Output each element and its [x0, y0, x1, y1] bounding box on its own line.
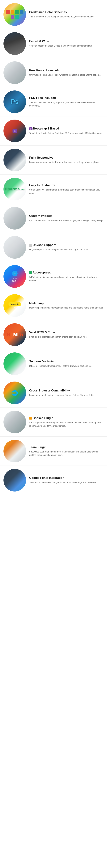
feature-content-widgets: Custom Widgets Ajax contact form, Subscr…: [29, 214, 104, 222]
feature-desc-mailchimp: MailChimp is an email marketing service …: [29, 306, 104, 310]
newsletter-label: Newsletter: [8, 302, 21, 306]
color-swatch: [15, 15, 19, 19]
feature-item-psd-files: Ps PSD Files included The PSD files are …: [0, 87, 107, 117]
feature-content-crossbrowser: Cross-Browser Compatibility Looks good o…: [29, 389, 104, 397]
unyson-icon: [29, 244, 32, 247]
feature-image-inner: [3, 236, 26, 259]
feature-image-sections: [3, 352, 26, 375]
feature-content-color-schemes: Predefined Color Schemes There are sever…: [29, 10, 104, 19]
color-swatch: [11, 10, 14, 14]
feature-image-inner: [3, 411, 26, 433]
twitter-icon: 🐦: [12, 271, 17, 276]
feature-item-googlefonts: Google Fonts Integration You can choose …: [0, 466, 107, 495]
feature-image-booked: [3, 411, 26, 433]
feature-content-googlefonts: Google Fonts Integration You can choose …: [29, 476, 104, 484]
feature-content-mailchimp: Mailchimp MailChimp is an email marketin…: [29, 302, 104, 310]
feature-image-unyson: [3, 236, 26, 259]
bootstrap-badge: B: [12, 129, 17, 133]
color-swatch: [6, 10, 10, 14]
feature-desc-bootstrap: Template built with Twitter Bootstrap CS…: [29, 132, 104, 135]
feature-item-responsive: Fully Responsive Looks awesome no matter…: [0, 146, 107, 175]
feature-image-mailchimp: Newsletter ✉: [3, 294, 26, 317]
feature-image-inner: [3, 149, 26, 171]
feature-desc-psd-files: The PSD files are perfectly organized, s…: [29, 101, 104, 107]
booked-icon: [29, 417, 32, 420]
feature-desc-googlefonts: You can choose one of Google Fonts for y…: [29, 481, 104, 484]
feature-image-color-schemes: [3, 3, 26, 26]
feature-title-widgets: Custom Widgets: [29, 214, 104, 218]
feature-title-psd-files: PSD Files included: [29, 96, 104, 100]
feature-image-accesspress: 🐦 3:2653.8K: [3, 265, 26, 288]
feature-content-booked: Booked Plugin Adds appointment booking c…: [29, 416, 104, 428]
bootstrap-icon: B: [29, 127, 33, 130]
feature-content-responsive: Fully Responsive Looks awesome no matter…: [29, 156, 104, 164]
feature-content-team: Team Plugin Showcase your team in their …: [29, 445, 104, 457]
feature-image-inner: [3, 352, 26, 375]
feature-image-boxed-wide: [3, 32, 26, 55]
feature-title-team: Team Plugin: [29, 445, 104, 449]
feature-title-bootstrap: BBootstrap 3 Based: [29, 127, 104, 130]
feature-title-html5: Valid HTML5 Code: [29, 331, 104, 334]
feature-desc-team: Showcase your team in their best with th…: [29, 450, 104, 457]
feature-title-crossbrowser: Cross-Browser Compatibility: [29, 389, 104, 392]
feature-title-color-schemes: Predefined Color Schemes: [29, 10, 104, 14]
feature-item-mailchimp: Newsletter ✉ Mailchimp MailChimp is an e…: [0, 291, 107, 320]
feature-desc-responsive: Looks awesome no matter if your visitors…: [29, 161, 104, 164]
feature-item-customize: Pharma.com Easy to Customize Clean, vali…: [0, 175, 107, 204]
follower-count: 3:2653.8K: [12, 277, 17, 282]
feature-image-widgets: [3, 207, 26, 229]
feature-content-html5: Valid HTML5 Code It makes site promotion…: [29, 331, 104, 339]
feature-title-booked: Booked Plugin: [29, 416, 104, 420]
feature-title-sections: Sections Variants: [29, 360, 104, 363]
feature-image-responsive: [3, 149, 26, 171]
feature-content-unyson: Unyson Support Unyson support for creati…: [29, 243, 104, 251]
feature-item-widgets: Custom Widgets Ajax contact form, Subscr…: [0, 204, 107, 233]
feature-desc-widgets: Ajax contact form, Subscribe form, Twitt…: [29, 219, 104, 222]
feature-content-accesspress: Accesspress WP plugin to display your so…: [29, 271, 104, 282]
feature-desc-color-schemes: There are several pre-designed color sch…: [29, 15, 104, 19]
feature-item-accesspress: 🐦 3:2653.8K Accesspress WP plugin to dis…: [0, 262, 107, 291]
pharma-logo-text: Pharma.com: [5, 187, 25, 191]
feature-item-color-schemes: Predefined Color Schemes There are sever…: [0, 0, 107, 29]
feature-image-psd-files: Ps: [3, 90, 26, 113]
feature-desc-booked: Adds appointment booking capabilities to…: [29, 421, 104, 428]
feature-item-booked: Booked Plugin Adds appointment booking c…: [0, 407, 107, 437]
feature-title-free-fonts: Free Fonts, Icons, etc.: [29, 69, 104, 72]
feature-image-googlefonts: [3, 469, 26, 492]
feature-desc-html5: It makes site promotion in search engine…: [29, 335, 104, 339]
feature-item-html5: HTML5 Valid HTML5 Code It makes site pro…: [0, 320, 107, 349]
feature-desc-accesspress: WP plugin to display your social account…: [29, 276, 104, 282]
feature-desc-boxed-wide: You can choose between Boxed & Wide vers…: [29, 44, 104, 48]
feature-desc-sections: Different Headers, Breadcrumbs, Footers,…: [29, 365, 104, 368]
feature-item-sections: Sections Variants Different Headers, Bre…: [0, 349, 107, 378]
ps-icon: Ps: [11, 98, 18, 105]
feature-title-unyson: Unyson Support: [29, 243, 104, 247]
mailchimp-icon: ✉: [14, 307, 15, 309]
color-swatch: [15, 10, 19, 14]
feature-title-googlefonts: Google Fonts Integration: [29, 476, 104, 480]
color-swatch: [11, 15, 14, 19]
feature-item-unyson: Unyson Support Unyson support for creati…: [0, 233, 107, 262]
feature-title-responsive: Fully Responsive: [29, 156, 104, 159]
chrome-icon: 🌐: [12, 390, 18, 396]
feature-content-sections: Sections Variants Different Headers, Bre…: [29, 360, 104, 368]
feature-desc-crossbrowser: Looks good on all modern browsers: Firef…: [29, 394, 104, 397]
feature-content-customize: Easy to Customize Clean, valid, well com…: [29, 184, 104, 195]
feature-title-boxed-wide: Boxed & Wide: [29, 39, 104, 43]
feature-image-inner: [3, 469, 26, 492]
feature-title-accesspress: Accesspress: [29, 271, 104, 274]
feature-content-psd-files: PSD Files included The PSD files are per…: [29, 96, 104, 107]
color-swatch: [20, 10, 23, 14]
feature-image-crossbrowser: 🌐: [3, 381, 26, 404]
feature-item-free-fonts: Free Fonts, Icons, etc. Only Google Font…: [0, 58, 107, 87]
html5-badge: HTML5: [7, 332, 23, 337]
feature-image-customize: Pharma.com: [3, 178, 26, 200]
feature-item-boxed-wide: Boxed & Wide You can choose between Boxe…: [0, 29, 107, 58]
feature-title-mailchimp: Mailchimp: [29, 302, 104, 305]
feature-desc-unyson: Unyson support for creating beautiful cu…: [29, 248, 104, 251]
feature-content-free-fonts: Free Fonts, Icons, etc. Only Google Font…: [29, 69, 104, 77]
color-palette: [3, 8, 26, 21]
feature-content-bootstrap: BBootstrap 3 Based Template built with T…: [29, 127, 104, 135]
feature-image-bootstrap: B: [3, 120, 26, 142]
feature-image-inner: [3, 61, 26, 84]
